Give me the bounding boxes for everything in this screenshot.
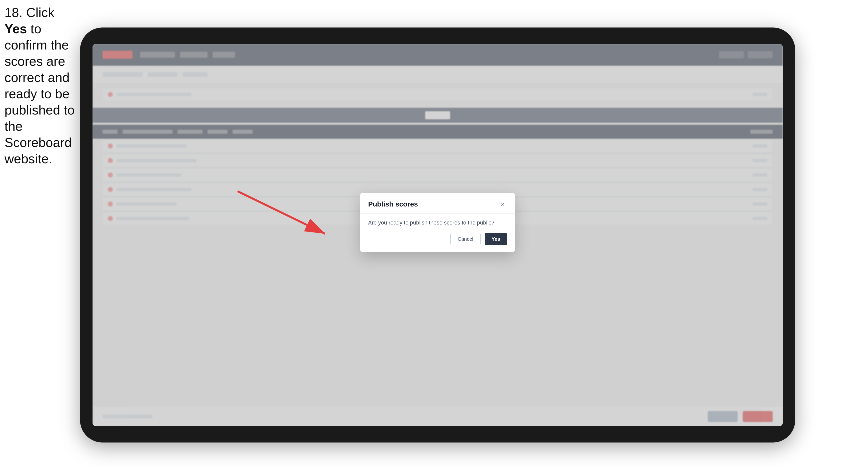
modal-actions: Cancel Yes	[368, 233, 507, 245]
modal-title: Publish scores	[368, 200, 418, 208]
cancel-button[interactable]: Cancel	[451, 233, 480, 245]
modal-overlay: Publish scores × Are you ready to publis…	[93, 44, 783, 426]
text-after-bold: to confirm the scores are correct and re…	[4, 22, 74, 166]
modal-header: Publish scores ×	[360, 193, 515, 214]
modal-message: Are you ready to publish these scores to…	[368, 219, 507, 226]
tablet-device: Publish scores × Are you ready to publis…	[80, 28, 795, 442]
tablet-screen: Publish scores × Are you ready to publis…	[93, 44, 783, 426]
publish-scores-dialog: Publish scores × Are you ready to publis…	[360, 193, 515, 252]
text-before-bold: Click	[23, 5, 54, 20]
modal-body: Are you ready to publish these scores to…	[360, 214, 515, 252]
instruction-text: 18. Click Yes to confirm the scores are …	[4, 4, 77, 167]
bold-yes: Yes	[4, 22, 27, 36]
yes-button[interactable]: Yes	[485, 233, 507, 245]
step-number: 18.	[4, 5, 23, 20]
modal-close-button[interactable]: ×	[498, 200, 507, 209]
